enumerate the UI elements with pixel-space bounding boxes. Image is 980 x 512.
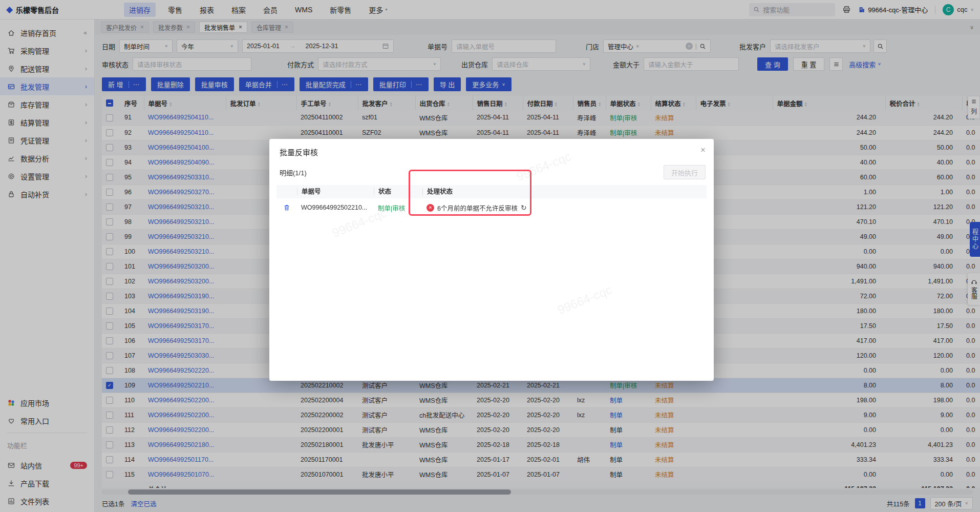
- watermark: 99664-cqc: [556, 282, 614, 317]
- modal-col-order-no: 单据号: [297, 188, 374, 195]
- modal-title: 批量反审核: [269, 139, 714, 157]
- modal-result-row: WO99664992502210... 制单|审核 × 6个月前的单据不允许反审…: [276, 198, 707, 217]
- error-icon: ×: [427, 204, 434, 212]
- remove-item-icon[interactable]: [276, 204, 297, 211]
- close-icon[interactable]: ×: [700, 145, 706, 155]
- modal-result-table: 单据号 状态 处理状态 WO99664992502210... 制单|审核 × …: [276, 185, 707, 217]
- retry-icon[interactable]: ↻: [521, 203, 527, 212]
- modal-row-status: 制单|审核: [374, 203, 422, 213]
- modal-row-message: 6个月前的单据不允许反审核: [437, 203, 518, 213]
- start-execute-button[interactable]: 开始执行: [664, 165, 706, 179]
- modal-col-result: 处理状态: [422, 188, 707, 195]
- modal-row-order-no: WO99664992502210...: [297, 204, 374, 211]
- modal-detail-count: 明细(1/1): [280, 168, 307, 177]
- modal-col-status: 状态: [374, 188, 422, 195]
- batch-unaudit-modal: 99664-cqc 99664-cqc 99664-cqc 批量反审核 × 明细…: [269, 139, 714, 381]
